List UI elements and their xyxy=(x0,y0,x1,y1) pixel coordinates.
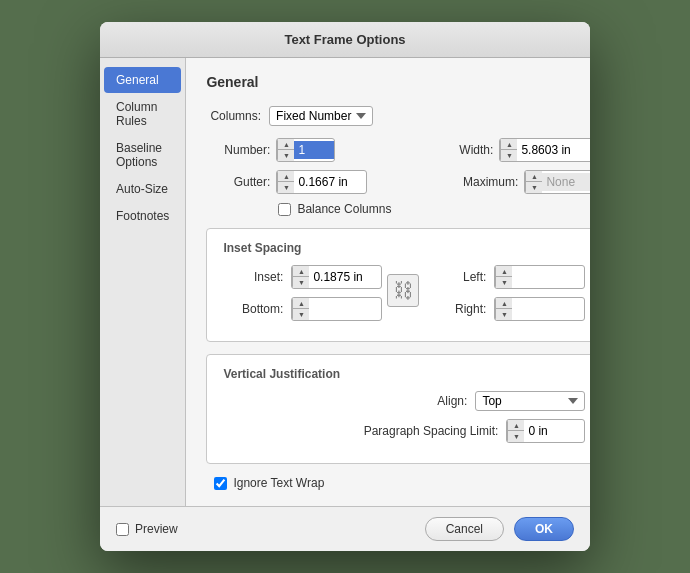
chain-icon-container: ⛓ xyxy=(388,265,418,315)
ignore-text-wrap-row: Ignore Text Wrap xyxy=(214,476,590,490)
left-spin-up[interactable]: ▲ xyxy=(496,266,512,277)
align-row: Align: Top Center Bottom Justify xyxy=(223,391,585,411)
dialog-footer: Preview Cancel OK xyxy=(100,506,590,551)
left-spinner: ▲ ▼ xyxy=(494,265,585,289)
maximum-spin-up[interactable]: ▲ xyxy=(526,171,542,182)
preview-checkbox[interactable] xyxy=(116,523,129,536)
maximum-spinner: ▲ ▼ None xyxy=(524,170,590,194)
content-title: General xyxy=(206,74,590,90)
vertical-justification-section: Vertical Justification Align: Top Center… xyxy=(206,354,590,464)
number-spinner: ▲ ▼ 1 xyxy=(276,138,335,162)
width-input[interactable]: 5.8603 in xyxy=(517,141,590,159)
maximum-label: Maximum: xyxy=(458,175,518,189)
bottom-spin-down[interactable]: ▼ xyxy=(293,309,309,320)
number-label: Number: xyxy=(210,143,270,157)
sidebar-item-auto-size[interactable]: Auto-Size xyxy=(104,176,181,202)
gutter-group: Gutter: ▲ ▼ 0.1667 in xyxy=(210,170,367,194)
inset-input[interactable]: 0.1875 in xyxy=(309,268,381,286)
right-input[interactable] xyxy=(512,300,584,318)
sidebar: General Column Rules Baseline Options Au… xyxy=(100,58,186,506)
ignore-text-wrap-checkbox[interactable] xyxy=(214,477,227,490)
right-row: Right: ▲ ▼ xyxy=(426,297,585,321)
inset-spinner: ▲ ▼ 0.1875 in xyxy=(291,265,382,289)
right-spin-buttons: ▲ ▼ xyxy=(495,298,512,320)
number-input[interactable]: 1 xyxy=(294,141,334,159)
balance-columns-label[interactable]: Balance Columns xyxy=(297,202,391,216)
left-spin-buttons: ▲ ▼ xyxy=(495,266,512,288)
gutter-spinner: ▲ ▼ 0.1667 in xyxy=(276,170,367,194)
inset-spin-buttons: ▲ ▼ xyxy=(292,266,309,288)
gutter-input[interactable]: 0.1667 in xyxy=(294,173,366,191)
paragraph-spacing-input[interactable]: 0 in xyxy=(524,422,584,440)
right-label: Right: xyxy=(426,302,486,316)
sidebar-item-baseline-options[interactable]: Baseline Options xyxy=(104,135,181,175)
inset-spin-up[interactable]: ▲ xyxy=(293,266,309,277)
bottom-input[interactable] xyxy=(309,300,381,318)
inset-spin-down[interactable]: ▼ xyxy=(293,277,309,288)
chain-link-icon[interactable]: ⛓ xyxy=(387,274,419,307)
dialog-title: Text Frame Options xyxy=(284,32,405,47)
bottom-row: Bottom: ▲ ▼ xyxy=(223,297,382,321)
gutter-spin-up[interactable]: ▲ xyxy=(278,171,294,182)
align-label: Align: xyxy=(407,394,467,408)
width-spin-up[interactable]: ▲ xyxy=(501,139,517,150)
paragraph-spacing-row: Paragraph Spacing Limit: ▲ ▼ 0 in xyxy=(223,419,585,443)
maximum-group: Maximum: ▲ ▼ None xyxy=(458,170,590,194)
columns-row: Columns: Fixed Number Flexible Width Fix… xyxy=(210,106,590,126)
number-spin-buttons: ▲ ▼ xyxy=(277,139,294,161)
bottom-spin-buttons: ▲ ▼ xyxy=(292,298,309,320)
inset-row: Inset: ▲ ▼ 0.1875 in xyxy=(223,265,382,289)
maximum-spin-down[interactable]: ▼ xyxy=(526,182,542,193)
inset-spacing-title: Inset Spacing xyxy=(223,241,585,255)
width-group: Width: ▲ ▼ 5.8603 in xyxy=(433,138,590,162)
left-spin-down[interactable]: ▼ xyxy=(496,277,512,288)
right-spinner: ▲ ▼ xyxy=(494,297,585,321)
gutter-spin-buttons: ▲ ▼ xyxy=(277,171,294,193)
sidebar-item-footnotes[interactable]: Footnotes xyxy=(104,203,181,229)
maximum-input: None xyxy=(542,173,590,191)
paragraph-spacing-spinner: ▲ ▼ 0 in xyxy=(506,419,585,443)
number-group: Number: ▲ ▼ 1 xyxy=(210,138,335,162)
width-label: Width: xyxy=(433,143,493,157)
ok-button[interactable]: OK xyxy=(514,517,574,541)
sidebar-item-general[interactable]: General xyxy=(104,67,181,93)
gutter-maximum-row: Gutter: ▲ ▼ 0.1667 in Maximum: xyxy=(210,170,590,194)
ignore-text-wrap-label[interactable]: Ignore Text Wrap xyxy=(233,476,324,490)
left-row: Left: ▲ ▼ xyxy=(426,265,585,289)
gutter-spin-down[interactable]: ▼ xyxy=(278,182,294,193)
number-spin-up[interactable]: ▲ xyxy=(278,139,294,150)
paragraph-spacing-spin-buttons: ▲ ▼ xyxy=(507,420,524,442)
bottom-spin-up[interactable]: ▲ xyxy=(293,298,309,309)
paragraph-spacing-spin-up[interactable]: ▲ xyxy=(508,420,524,431)
text-frame-options-dialog: Text Frame Options General Column Rules … xyxy=(100,22,590,551)
align-select[interactable]: Top Center Bottom Justify xyxy=(475,391,585,411)
columns-select[interactable]: Fixed Number Flexible Width Fixed Width xyxy=(269,106,373,126)
inset-right-col: Left: ▲ ▼ Right: xyxy=(426,265,585,329)
number-width-row: Number: ▲ ▼ 1 Width: xyxy=(210,138,590,162)
content-area: General Columns: Fixed Number Flexible W… xyxy=(186,58,590,506)
paragraph-spacing-label: Paragraph Spacing Limit: xyxy=(338,424,498,438)
balance-columns-row: Balance Columns xyxy=(278,202,590,216)
maximum-spin-buttons: ▲ ▼ xyxy=(525,171,542,193)
inset-left-col: Inset: ▲ ▼ 0.1875 in Bottom: xyxy=(223,265,382,329)
right-spin-down[interactable]: ▼ xyxy=(496,309,512,320)
width-spin-down[interactable]: ▼ xyxy=(501,150,517,161)
balance-columns-checkbox[interactable] xyxy=(278,203,291,216)
columns-label: Columns: xyxy=(210,109,261,123)
number-spin-down[interactable]: ▼ xyxy=(278,150,294,161)
bottom-label: Bottom: xyxy=(223,302,283,316)
right-spin-up[interactable]: ▲ xyxy=(496,298,512,309)
footer-left: Preview xyxy=(116,522,178,536)
bottom-spinner: ▲ ▼ xyxy=(291,297,382,321)
width-spin-buttons: ▲ ▼ xyxy=(500,139,517,161)
left-input[interactable] xyxy=(512,268,584,286)
width-spinner: ▲ ▼ 5.8603 in xyxy=(499,138,590,162)
inset-label: Inset: xyxy=(223,270,283,284)
sidebar-item-column-rules[interactable]: Column Rules xyxy=(104,94,181,134)
dialog-body: General Column Rules Baseline Options Au… xyxy=(100,58,590,506)
footer-right: Cancel OK xyxy=(425,517,574,541)
cancel-button[interactable]: Cancel xyxy=(425,517,504,541)
paragraph-spacing-spin-down[interactable]: ▼ xyxy=(508,431,524,442)
inset-spacing-section: Inset Spacing Inset: ▲ ▼ 0.1875 in xyxy=(206,228,590,342)
preview-label[interactable]: Preview xyxy=(135,522,178,536)
